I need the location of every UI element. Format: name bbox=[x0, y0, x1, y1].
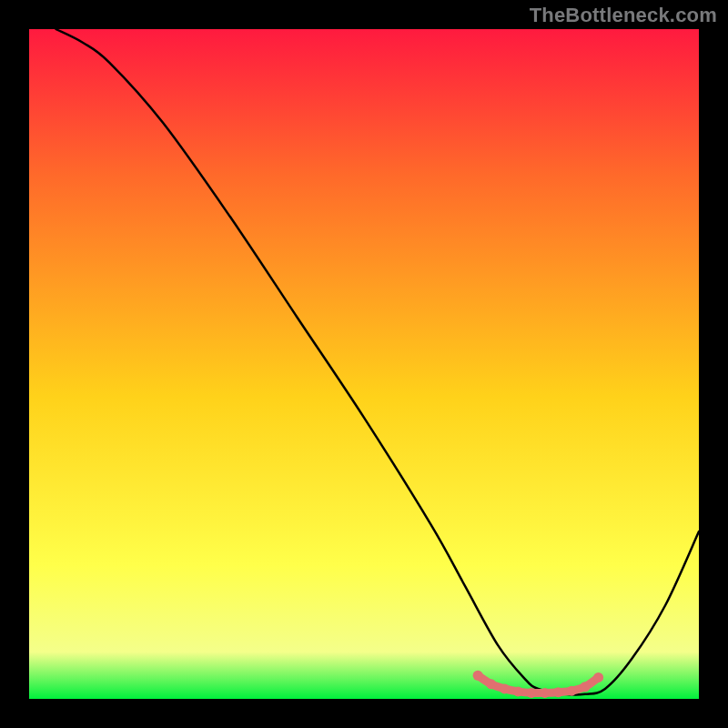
minimum-marker bbox=[500, 683, 510, 693]
minimum-marker bbox=[553, 687, 563, 697]
minimum-marker bbox=[567, 686, 577, 696]
chart-frame: TheBottleneck.com bbox=[0, 0, 728, 728]
plot-background bbox=[29, 29, 699, 699]
minimum-marker bbox=[580, 682, 590, 692]
bottleneck-curve-chart bbox=[0, 0, 728, 728]
watermark-text: TheBottleneck.com bbox=[530, 4, 717, 27]
minimum-marker bbox=[486, 679, 496, 689]
minimum-marker bbox=[513, 686, 523, 696]
minimum-marker bbox=[527, 688, 537, 698]
minimum-marker bbox=[593, 672, 603, 682]
minimum-marker bbox=[540, 688, 550, 698]
minimum-marker bbox=[473, 671, 483, 681]
